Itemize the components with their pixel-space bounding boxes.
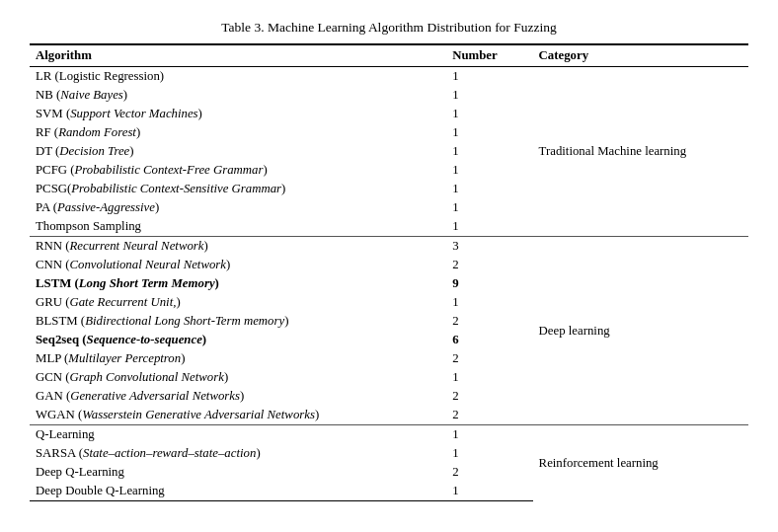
number-cell: 6 [446, 331, 532, 349]
number-cell: 1 [446, 105, 532, 123]
number-cell: 1 [446, 293, 532, 312]
number-cell: 1 [446, 67, 532, 87]
number-cell: 1 [446, 217, 532, 237]
algorithm-cell: SVM (Support Vector Machines) [30, 105, 446, 123]
number-cell: 1 [446, 482, 532, 501]
number-cell: 1 [446, 180, 532, 198]
number-cell: 2 [446, 256, 532, 274]
number-cell: 2 [446, 312, 532, 331]
algorithm-cell: PCFG (Probabilistic Context-Free Grammar… [30, 161, 446, 180]
category-cell: Deep learning [533, 237, 748, 425]
algorithm-cell: RF (Random Forest) [30, 123, 446, 142]
algorithm-cell: SARSA (State–action–reward–state–action) [30, 444, 446, 463]
algorithm-cell: Seq2seq (Sequence-to-sequence) [30, 331, 446, 349]
table-row: RNN (Recurrent Neural Network)3Deep lear… [30, 237, 748, 257]
header-number: Number [446, 44, 532, 67]
algorithm-cell: GCN (Graph Convolutional Network) [30, 368, 446, 387]
algorithm-cell: Deep Double Q-Learning [30, 482, 446, 501]
number-cell: 1 [446, 161, 532, 180]
number-cell: 1 [446, 368, 532, 387]
algorithm-cell: LR (Logistic Regression) [30, 67, 446, 87]
number-cell: 9 [446, 274, 532, 293]
algorithm-cell: GAN (Generative Adversarial Networks) [30, 387, 446, 406]
category-cell: Reinforcement learning [533, 425, 748, 501]
algorithm-cell: NB (Naive Bayes) [30, 86, 446, 105]
main-table: Algorithm Number Category LR (Logistic R… [30, 43, 748, 501]
number-cell: 2 [446, 387, 532, 406]
algorithm-cell: RNN (Recurrent Neural Network) [30, 237, 446, 257]
algorithm-cell: Deep Q-Learning [30, 463, 446, 482]
algorithm-cell: DT (Decision Tree) [30, 142, 446, 161]
algorithm-cell: Thompson Sampling [30, 217, 446, 237]
algorithm-cell: PCSG(Probabilistic Context-Sensitive Gra… [30, 180, 446, 198]
number-cell: 3 [446, 237, 532, 257]
algorithm-cell: LSTM (Long Short Term Memory) [30, 274, 446, 293]
category-cell: Traditional Machine learning [533, 67, 748, 237]
table-row: LR (Logistic Regression)1Traditional Mac… [30, 67, 748, 87]
algorithm-cell: Q-Learning [30, 425, 446, 445]
algorithm-cell: PA (Passive-Aggressive) [30, 198, 446, 217]
header-category: Category [533, 44, 748, 67]
number-cell: 1 [446, 444, 532, 463]
table-title: Table 3. Machine Learning Algorithm Dist… [221, 20, 556, 36]
algorithm-cell: WGAN (Wasserstein Generative Adversarial… [30, 406, 446, 425]
algorithm-cell: MLP (Multilayer Perceptron) [30, 349, 446, 368]
header-algorithm: Algorithm [30, 44, 446, 67]
number-cell: 1 [446, 198, 532, 217]
number-cell: 1 [446, 86, 532, 105]
number-cell: 1 [446, 123, 532, 142]
number-cell: 2 [446, 349, 532, 368]
table-row: Q-Learning1Reinforcement learning [30, 425, 748, 445]
number-cell: 1 [446, 425, 532, 445]
algorithm-cell: GRU (Gate Recurrent Unit,) [30, 293, 446, 312]
number-cell: 2 [446, 463, 532, 482]
number-cell: 2 [446, 406, 532, 425]
algorithm-cell: CNN (Convolutional Neural Network) [30, 256, 446, 274]
algorithm-cell: BLSTM (Bidirectional Long Short-Term mem… [30, 312, 446, 331]
number-cell: 1 [446, 142, 532, 161]
